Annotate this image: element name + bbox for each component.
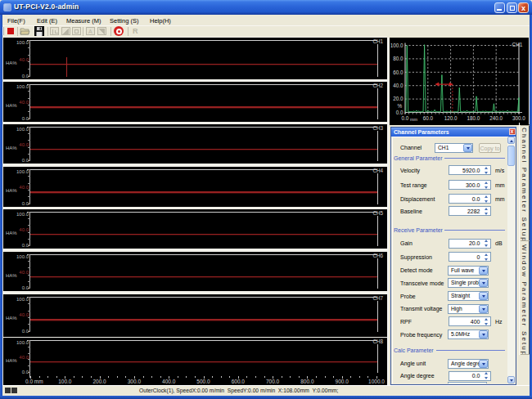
svg-text:300.0: 300.0 bbox=[512, 115, 525, 121]
svg-text:CH1: CH1 bbox=[512, 42, 522, 47]
svg-text:240.0: 240.0 bbox=[489, 115, 503, 121]
svg-text:%: % bbox=[397, 103, 402, 109]
svg-text:20.0: 20.0 bbox=[393, 96, 404, 101]
svg-text:60.0: 60.0 bbox=[422, 115, 433, 121]
svg-text:80.0: 80.0 bbox=[393, 56, 404, 61]
svg-text:60.0: 60.0 bbox=[393, 69, 404, 75]
svg-text:40.0: 40.0 bbox=[393, 83, 404, 88]
svg-text:mm: mm bbox=[410, 117, 417, 122]
svg-text:180.0: 180.0 bbox=[467, 115, 480, 121]
svg-text:100.0: 100.0 bbox=[390, 43, 403, 48]
svg-text:120.0: 120.0 bbox=[444, 115, 457, 121]
svg-text:0.0: 0.0 bbox=[401, 115, 408, 121]
